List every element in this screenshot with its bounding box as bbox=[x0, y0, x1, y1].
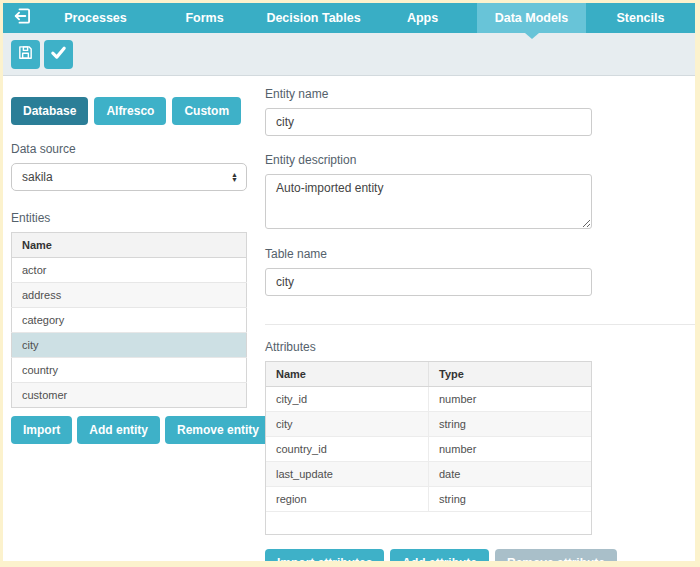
app-window: Processes Forms Decision Tables Apps Dat… bbox=[0, 0, 700, 567]
entities-table-header: Name bbox=[12, 233, 247, 258]
entity-row-label: actor bbox=[12, 258, 247, 283]
attribute-action-buttons: Import attributes Add attribute Remove a… bbox=[265, 549, 695, 567]
attribute-type: date bbox=[429, 462, 592, 487]
section-divider bbox=[265, 324, 695, 325]
check-icon bbox=[50, 44, 67, 64]
top-navbar: Processes Forms Decision Tables Apps Dat… bbox=[3, 3, 695, 33]
table-name-input[interactable] bbox=[265, 268, 592, 296]
entity-description-label: Entity description bbox=[265, 153, 592, 167]
attribute-name: city bbox=[266, 412, 429, 437]
attributes-table-container: Name Type city_id number city string bbox=[265, 361, 592, 535]
remove-entity-button[interactable]: Remove entity bbox=[165, 416, 271, 444]
entity-row-country[interactable]: country bbox=[12, 358, 247, 383]
attribute-name: country_id bbox=[266, 437, 429, 462]
attribute-name: region bbox=[266, 487, 429, 512]
entity-row-city[interactable]: city bbox=[12, 333, 247, 358]
tab-stencils[interactable]: Stencils bbox=[586, 3, 695, 33]
remove-attribute-button[interactable]: Remove attribute bbox=[495, 549, 617, 567]
tab-data-models[interactable]: Data Models bbox=[477, 3, 586, 33]
data-source-select[interactable]: sakila ▲▼ bbox=[11, 163, 247, 191]
entity-row-label: customer bbox=[12, 383, 247, 408]
source-type-buttons: Database Alfresco Custom bbox=[11, 97, 247, 125]
source-custom-button[interactable]: Custom bbox=[172, 97, 241, 125]
attribute-type: number bbox=[429, 387, 592, 412]
entity-row-address[interactable]: address bbox=[12, 283, 247, 308]
entity-row-label: category bbox=[12, 308, 247, 333]
select-stepper-icon: ▲▼ bbox=[231, 172, 238, 182]
data-source-selected-value: sakila bbox=[22, 170, 53, 184]
entity-row-customer[interactable]: customer bbox=[12, 383, 247, 408]
import-attributes-button[interactable]: Import attributes bbox=[265, 549, 384, 567]
tab-forms[interactable]: Forms bbox=[150, 3, 259, 33]
floppy-disk-icon bbox=[17, 44, 34, 64]
tab-apps[interactable]: Apps bbox=[368, 3, 477, 33]
attribute-type: string bbox=[429, 412, 592, 437]
save-button[interactable] bbox=[11, 40, 40, 69]
attributes-label: Attributes bbox=[265, 340, 695, 354]
entity-detail-panel: Entity name Entity description Auto-impo… bbox=[265, 86, 695, 567]
attribute-row-last-update[interactable]: last_update date bbox=[266, 462, 591, 487]
source-database-button[interactable]: Database bbox=[11, 97, 88, 125]
attribute-name: last_update bbox=[266, 462, 429, 487]
sign-out-icon bbox=[12, 6, 32, 30]
attribute-row-country-id[interactable]: country_id number bbox=[266, 437, 591, 462]
attribute-name: city_id bbox=[266, 387, 429, 412]
entity-row-label: country bbox=[12, 358, 247, 383]
add-entity-button[interactable]: Add entity bbox=[77, 416, 160, 444]
entity-row-label: address bbox=[12, 283, 247, 308]
nav-tabs: Processes Forms Decision Tables Apps Dat… bbox=[41, 3, 695, 33]
entity-row-category[interactable]: category bbox=[12, 308, 247, 333]
entities-label: Entities bbox=[11, 211, 247, 225]
attributes-header-name: Name bbox=[266, 362, 429, 387]
table-name-label: Table name bbox=[265, 247, 592, 261]
attribute-row-city[interactable]: city string bbox=[266, 412, 591, 437]
tab-decision-tables[interactable]: Decision Tables bbox=[259, 3, 368, 33]
add-attribute-button[interactable]: Add attribute bbox=[390, 549, 489, 567]
tab-processes[interactable]: Processes bbox=[41, 3, 150, 33]
attribute-row-city-id[interactable]: city_id number bbox=[266, 387, 591, 412]
source-alfresco-button[interactable]: Alfresco bbox=[94, 97, 166, 125]
validate-button[interactable] bbox=[44, 40, 73, 69]
attribute-row-region[interactable]: region string bbox=[266, 487, 591, 512]
attributes-header-type: Type bbox=[429, 362, 592, 387]
editor-toolbar bbox=[3, 33, 695, 76]
attribute-type: number bbox=[429, 437, 592, 462]
entity-name-label: Entity name bbox=[265, 87, 592, 101]
entity-description-textarea[interactable]: Auto-imported entity bbox=[265, 174, 592, 229]
entities-panel: Database Alfresco Custom Data source sak… bbox=[11, 86, 247, 567]
exit-editor-button[interactable] bbox=[3, 3, 41, 33]
import-button[interactable]: Import bbox=[11, 416, 72, 444]
attribute-type: string bbox=[429, 487, 592, 512]
attributes-table: Name Type city_id number city string bbox=[266, 362, 591, 512]
entities-table: Name actor address category city country… bbox=[11, 232, 247, 408]
entity-action-buttons: Import Add entity Remove entity bbox=[11, 416, 247, 444]
data-source-label: Data source bbox=[11, 142, 247, 156]
entity-row-actor[interactable]: actor bbox=[12, 258, 247, 283]
entity-name-input[interactable] bbox=[265, 108, 592, 136]
entity-row-label: city bbox=[12, 333, 247, 358]
data-model-editor: Database Alfresco Custom Data source sak… bbox=[3, 76, 695, 567]
